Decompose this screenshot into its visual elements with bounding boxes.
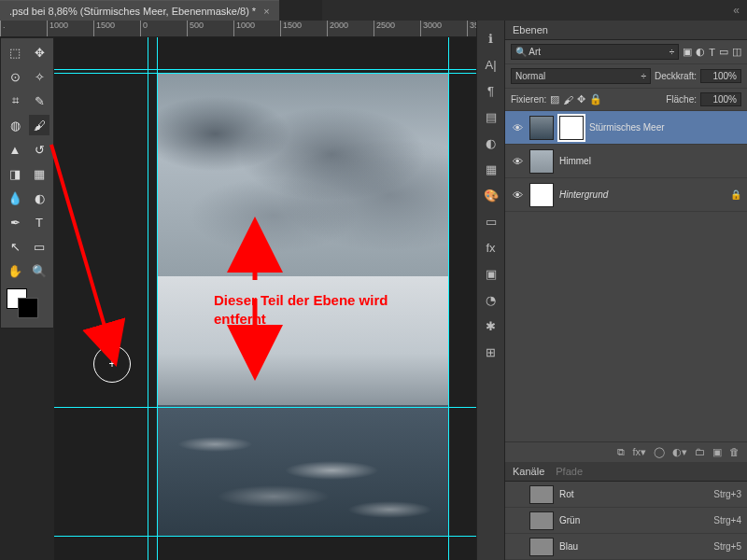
history-icon[interactable]: ▭ (483, 213, 500, 230)
move-tool[interactable]: ✥ (29, 42, 49, 63)
layer-mask-thumbnail[interactable] (559, 116, 584, 140)
layers-tab[interactable]: Ebenen (505, 21, 747, 40)
adjustments-icon[interactable]: ◐ (483, 134, 500, 151)
path-select-tool[interactable]: ↖ (5, 236, 25, 257)
type-tool[interactable]: T (29, 212, 49, 232)
clone-source-icon[interactable]: ⊞ (483, 343, 500, 360)
brush-cursor: + (93, 345, 131, 383)
blend-mode-dropdown[interactable]: Normal÷ (511, 68, 651, 84)
guide-vertical[interactable] (148, 37, 148, 560)
layer-name[interactable]: Stürmisches Meer (589, 122, 665, 133)
channel-thumbnail[interactable] (529, 511, 554, 530)
paragraph-icon[interactable]: ¶ (483, 82, 500, 99)
lock-pixels-icon[interactable]: 🖌 (563, 94, 573, 105)
new-layer-icon[interactable]: ▣ (712, 446, 722, 458)
history-brush-tool[interactable]: ↺ (29, 139, 49, 160)
layers-footer: ⧉ fx▾ ◯ ◐▾ 🗀 ▣ 🗑 (505, 441, 747, 462)
filter-adjust-icon[interactable]: ◐ (696, 46, 705, 58)
adjustment-icon[interactable]: ◐▾ (672, 446, 687, 458)
opacity-label: Deckkraft: (655, 71, 697, 81)
document-tab[interactable]: .psd bei 8,86% (Stürmisches Meer, Ebenen… (0, 0, 279, 21)
zoom-tool[interactable]: 🔍 (29, 260, 49, 281)
layer-thumbnail[interactable] (529, 116, 554, 140)
visibility-icon[interactable]: 👁 (511, 189, 524, 201)
marquee-tool[interactable]: ⬚ (5, 42, 25, 63)
crop-tool[interactable]: ⌗ (5, 91, 25, 111)
layer-thumbnail[interactable] (529, 183, 554, 207)
gradient-tool[interactable]: ▦ (29, 163, 49, 184)
hand-tool[interactable]: ✋ (5, 260, 25, 281)
brushes-icon[interactable]: ◔ (483, 291, 500, 308)
tool-panel: ⬚ ✥ ⊙ ✧ ⌗ ✎ ◍ 🖌 ▲ ↺ ◨ ▦ 💧 ◐ ✒ T ↖ ▭ ✋ 🔍 (0, 37, 54, 329)
shape-tool[interactable]: ▭ (29, 236, 49, 257)
collapse-icon[interactable]: « (733, 4, 740, 17)
fx-icon[interactable]: fx▾ (632, 446, 646, 458)
image-clouds (157, 73, 448, 276)
kind-dropdown[interactable]: 🔍 Art÷ (511, 44, 679, 60)
channel-name: Blau (559, 541, 578, 552)
guide-horizontal[interactable] (54, 69, 504, 70)
ruler-horizontal: .100015000500100015002000250030003500400… (0, 21, 504, 37)
paths-tab[interactable]: Pfade (556, 466, 583, 477)
link-icon[interactable]: ⧉ (617, 446, 625, 458)
guide-horizontal[interactable] (54, 73, 504, 74)
trash-icon[interactable]: 🗑 (729, 446, 740, 458)
close-icon[interactable]: × (263, 6, 269, 17)
layer-thumbnail[interactable] (529, 149, 554, 174)
opacity-value[interactable]: 100% (700, 69, 741, 83)
properties-icon[interactable]: ▣ (483, 265, 500, 282)
visibility-icon[interactable]: 👁 (511, 156, 524, 167)
visibility-icon[interactable]: 👁 (511, 122, 524, 133)
fill-value[interactable]: 100% (700, 92, 741, 106)
filter-type-icon[interactable]: T (709, 47, 715, 58)
layer-name[interactable]: Hintergrund (559, 189, 608, 200)
channel-thumbnail[interactable] (529, 538, 554, 556)
guide-vertical[interactable] (448, 37, 449, 560)
image-sea (157, 405, 448, 536)
background-color[interactable] (18, 298, 38, 318)
eyedropper-tool[interactable]: ✎ (29, 91, 49, 111)
layer-row[interactable]: 👁 Stürmisches Meer (505, 111, 747, 145)
swatches-icon[interactable]: ▦ (483, 161, 500, 177)
channel-row[interactable]: BlauStrg+5 (505, 534, 747, 560)
color-swatches[interactable] (5, 288, 49, 324)
info-icon[interactable]: ℹ (483, 30, 500, 47)
layer-row[interactable]: 👁 Hintergrund 🔒 (505, 178, 747, 212)
lock-position-icon[interactable]: ✥ (577, 93, 585, 105)
fill-label: Fläche: (666, 94, 697, 105)
wand-tool[interactable]: ✧ (29, 66, 49, 87)
heal-tool[interactable]: ◍ (5, 115, 25, 135)
blur-tool[interactable]: 💧 (5, 188, 25, 208)
stamp-tool[interactable]: ▲ (5, 139, 25, 160)
layer-name[interactable]: Himmel (559, 156, 591, 166)
lock-label: Fixieren: (511, 94, 546, 105)
lasso-tool[interactable]: ⊙ (5, 66, 25, 87)
layer-row[interactable]: 👁 Himmel (505, 145, 747, 178)
character-icon[interactable]: A| (483, 56, 500, 73)
channel-row[interactable]: RotStrg+3 (505, 482, 747, 508)
eraser-tool[interactable]: ◨ (5, 163, 25, 184)
filter-image-icon[interactable]: ▣ (683, 46, 692, 58)
styles-icon[interactable]: ▤ (483, 108, 500, 125)
channels-tab[interactable]: Kanäle (513, 466, 544, 477)
channels-panel: Kanäle Pfade RotStrg+3GrünStrg+4BlauStrg… (505, 462, 747, 560)
filter-smart-icon[interactable]: ◫ (732, 46, 741, 58)
guide-horizontal[interactable] (54, 536, 504, 537)
brush-tool[interactable]: 🖌 (29, 115, 49, 135)
brush-presets-icon[interactable]: ✱ (483, 317, 500, 334)
guide-vertical[interactable] (157, 37, 158, 560)
group-icon[interactable]: 🗀 (695, 446, 705, 458)
mask-icon[interactable]: ◯ (654, 446, 665, 458)
filter-shape-icon[interactable]: ▭ (719, 46, 728, 58)
guide-horizontal[interactable] (54, 407, 504, 408)
lock-all-icon[interactable]: 🔒 (589, 93, 602, 105)
color-icon[interactable]: 🎨 (483, 187, 500, 203)
channel-shortcut: Strg+4 (713, 515, 741, 525)
channel-row[interactable]: GrünStrg+4 (505, 508, 747, 534)
channel-thumbnail[interactable] (529, 485, 554, 504)
pen-tool[interactable]: ✒ (5, 212, 25, 232)
actions-icon[interactable]: fx (483, 239, 500, 256)
dodge-tool[interactable]: ◐ (29, 188, 49, 208)
lock-transparency-icon[interactable]: ▨ (550, 93, 559, 105)
canvas[interactable]: + Dieser Teil der Ebene wird entfernt (54, 37, 504, 560)
